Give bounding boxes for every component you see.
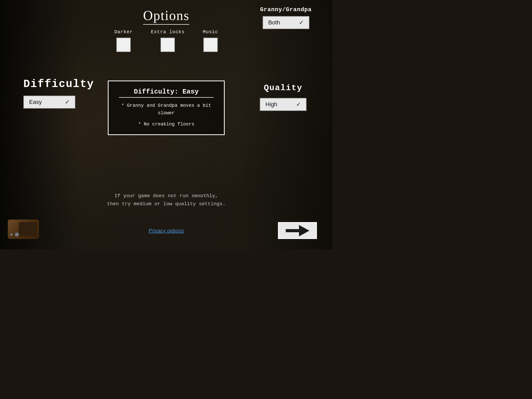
radio-speaker	[19, 222, 37, 236]
music-option: Music	[203, 29, 218, 52]
radio-knob-large	[15, 232, 19, 237]
hint-line-2: then try medium or low quality settings.	[107, 200, 225, 208]
radio-controls	[10, 232, 19, 237]
page-title: Options	[143, 8, 190, 25]
quality-section: Quality High ✓	[260, 83, 307, 111]
arrow-shaft	[286, 229, 300, 232]
darker-label: Darker	[114, 29, 133, 35]
privacy-options-link[interactable]: Privacy options	[149, 228, 184, 234]
music-label: Music	[203, 29, 218, 35]
difficulty-chevron: ✓	[65, 99, 70, 105]
darker-checkbox[interactable]	[116, 38, 131, 52]
arrow-head	[299, 225, 309, 236]
quality-title: Quality	[264, 83, 302, 93]
granny-grandpa-chevron: ✓	[299, 19, 304, 26]
quality-value: High	[265, 101, 277, 108]
music-checkbox[interactable]	[203, 38, 218, 52]
main-content: Difficulty Easy ✓ Difficulty: Easy * Gra…	[10, 78, 322, 161]
darker-option: Darker	[114, 29, 133, 52]
performance-hint: If your game does not run smoothly, then…	[107, 192, 225, 208]
granny-grandpa-value: Both	[268, 19, 280, 26]
difficulty-section: Difficulty Easy ✓	[23, 78, 94, 109]
options-title-block: Options Darker Extra locks Music	[114, 8, 218, 52]
extra-locks-checkbox[interactable]	[161, 38, 175, 52]
info-box-title: Difficulty: Easy	[119, 88, 214, 98]
difficulty-info-box: Difficulty: Easy * Granny and Grandpa mo…	[108, 81, 225, 135]
quality-chevron: ✓	[296, 101, 301, 108]
granny-grandpa-section: Granny/Grandpa Both ✓	[260, 6, 312, 29]
radio-knob-small	[10, 233, 13, 236]
extra-locks-option: Extra locks	[151, 29, 185, 52]
radio-decoration	[8, 220, 39, 242]
difficulty-value: Easy	[29, 99, 42, 105]
info-point-2: * No creaking floors	[119, 121, 214, 128]
radio-body	[8, 220, 39, 239]
granny-grandpa-dropdown[interactable]: Both ✓	[263, 16, 309, 29]
hint-line-1: If your game does not run smoothly,	[107, 192, 225, 200]
checkboxes-row: Darker Extra locks Music	[114, 29, 218, 52]
next-button[interactable]	[278, 222, 317, 239]
extra-locks-label: Extra locks	[151, 29, 185, 35]
granny-grandpa-label: Granny/Grandpa	[260, 6, 312, 13]
header: Options Darker Extra locks Music Granny/	[0, 0, 332, 52]
difficulty-title: Difficulty	[23, 78, 94, 90]
info-box-wrapper: Difficulty: Easy * Granny and Grandpa mo…	[108, 81, 225, 135]
difficulty-dropdown[interactable]: Easy ✓	[23, 96, 75, 109]
info-point-1: * Granny and Grandpa moves a bit slower	[119, 102, 214, 117]
quality-dropdown[interactable]: High ✓	[260, 98, 307, 111]
